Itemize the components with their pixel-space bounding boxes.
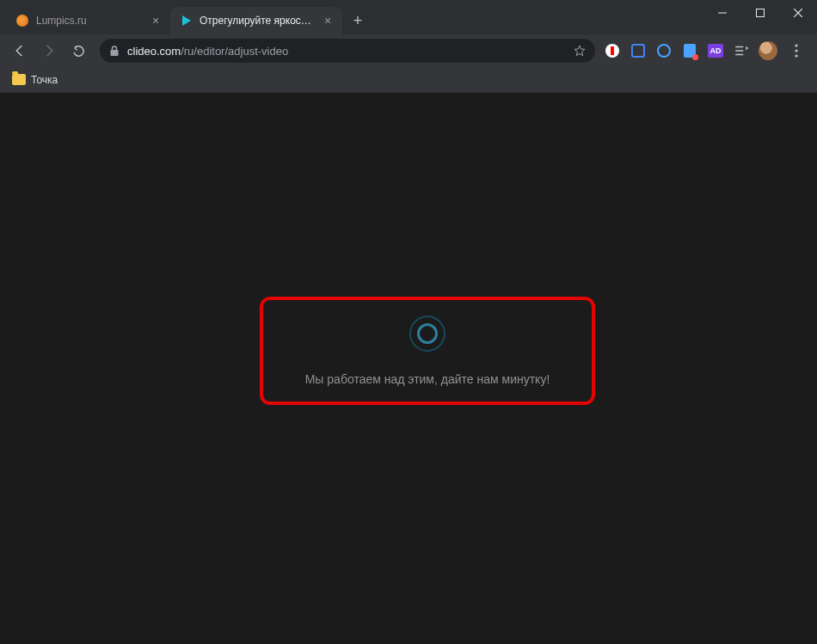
tab-lumpics[interactable]: Lumpics.ru × [7, 7, 170, 34]
tab-clideo[interactable]: Отрегулируйте яркость, контрас × [170, 7, 342, 34]
favicon-lumpics [15, 14, 29, 28]
page-content: Мы работаем над этим, дайте нам минутку! [0, 93, 817, 644]
toolbar: clideo.com/ru/editor/adjust-video AD [0, 34, 817, 67]
tab-strip: Lumpics.ru × Отрегулируйте яркость, конт… [0, 0, 703, 34]
loading-message: Мы работаем над этим, дайте нам минутку! [305, 372, 550, 386]
bookmarks-bar: Точка [0, 67, 817, 93]
loading-box: Мы работаем над этим, дайте нам минутку! [260, 297, 595, 405]
lock-icon [108, 45, 120, 57]
close-icon[interactable]: × [322, 15, 334, 27]
svg-point-9 [795, 54, 797, 57]
new-tab-button[interactable]: + [346, 9, 370, 33]
adblock-ext-icon[interactable]: AD [707, 42, 724, 59]
extensions-row: AD [604, 41, 810, 60]
bookmark-folder-tochka[interactable]: Точка [12, 74, 58, 86]
svg-rect-2 [757, 9, 765, 17]
favicon-clideo [179, 14, 193, 28]
svg-line-4 [794, 9, 802, 17]
address-bar[interactable]: clideo.com/ru/editor/adjust-video [100, 39, 595, 63]
url-display: clideo.com/ru/editor/adjust-video [127, 45, 566, 58]
svg-line-3 [794, 9, 802, 17]
tab-title: Отрегулируйте яркость, контрас [200, 15, 315, 27]
notes-ext-icon[interactable] [681, 42, 698, 59]
svg-point-8 [795, 49, 797, 52]
loading-spinner-icon [409, 316, 445, 352]
titlebar: Lumpics.ru × Отрегулируйте яркость, конт… [0, 0, 817, 34]
folder-icon [12, 74, 26, 85]
forward-button[interactable] [36, 38, 62, 64]
reload-button[interactable] [65, 38, 91, 64]
yandex-ext-icon[interactable] [604, 42, 621, 59]
close-window-button[interactable] [779, 0, 817, 26]
chrome-menu-icon[interactable] [786, 44, 807, 58]
profile-avatar[interactable] [759, 41, 777, 60]
reading-list-icon[interactable] [733, 42, 750, 59]
tab-title: Lumpics.ru [36, 15, 143, 27]
google-ext-icon[interactable] [630, 42, 647, 59]
globe-ext-icon[interactable] [655, 42, 673, 59]
maximize-button[interactable] [741, 0, 779, 26]
back-button[interactable] [7, 38, 33, 64]
svg-marker-6 [746, 46, 748, 51]
url-host: clideo.com [127, 45, 181, 58]
svg-point-7 [795, 44, 797, 46]
svg-rect-5 [111, 50, 119, 56]
bookmark-star-icon[interactable] [573, 44, 587, 58]
url-path: /ru/editor/adjust-video [181, 45, 288, 58]
close-icon[interactable]: × [150, 15, 162, 27]
window-controls [703, 0, 817, 26]
svg-marker-0 [182, 15, 191, 26]
bookmark-label: Точка [31, 74, 58, 86]
minimize-button[interactable] [703, 0, 741, 26]
